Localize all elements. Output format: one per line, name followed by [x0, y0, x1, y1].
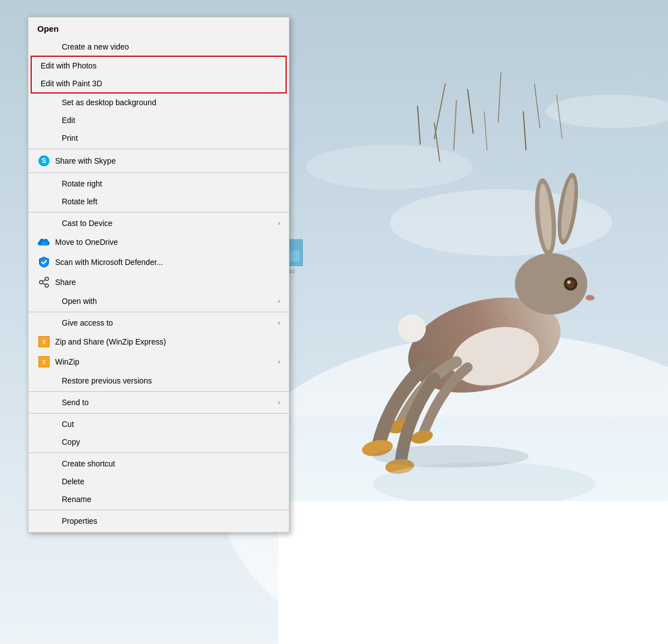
context-menu: Open Create a new video Edit with Photos… [28, 17, 289, 533]
skype-icon: S [37, 154, 51, 168]
send-to-chevron-icon: › [278, 399, 280, 406]
menu-item-delete[interactable]: Delete [28, 473, 289, 490]
menu-item-properties[interactable]: Properties [28, 512, 289, 530]
menu-item-delete-label: Delete [62, 477, 280, 486]
menu-item-share-skype-label: Share with Skype [55, 156, 280, 165]
svg-point-43 [45, 284, 48, 287]
separator-1 [28, 149, 289, 149]
menu-item-share-label: Share [55, 278, 280, 287]
menu-item-set-desktop-bg[interactable]: Set as desktop background [28, 94, 289, 111]
svg-point-25 [586, 295, 595, 301]
highlighted-edit-group: Edit with Photos Edit with Paint 3D [31, 56, 287, 94]
winzip-icon: Z [37, 355, 51, 368]
menu-item-send-to[interactable]: Send to › [28, 394, 289, 411]
menu-item-cast-to-device-label: Cast to Device [62, 219, 278, 228]
svg-point-31 [398, 314, 426, 342]
menu-item-winzip-label: WinZip [55, 357, 278, 366]
svg-point-35 [373, 462, 596, 507]
menu-item-give-access-label: Give access to [62, 318, 278, 327]
menu-item-rename-label: Rename [62, 495, 280, 504]
svg-point-37 [373, 445, 529, 468]
menu-item-share[interactable]: Share [28, 272, 289, 292]
menu-item-print[interactable]: Print [28, 129, 289, 147]
menu-item-give-access[interactable]: Give access to › [28, 314, 289, 332]
menu-item-create-new-video[interactable]: Create a new video [28, 38, 289, 56]
menu-item-edit-with-paint3d[interactable]: Edit with Paint 3D [32, 75, 286, 92]
give-access-chevron-icon: › [278, 319, 280, 327]
separator-7 [28, 453, 289, 453]
menu-item-create-shortcut-label: Create shortcut [62, 459, 280, 468]
menu-item-scan-defender-label: Scan with Microsoft Defender... [55, 258, 280, 267]
menu-item-properties-label: Properties [62, 517, 280, 525]
menu-item-copy[interactable]: Copy [28, 433, 289, 451]
menu-item-rotate-left[interactable]: Rotate left [28, 193, 289, 210]
menu-item-rotate-right-label: Rotate right [62, 179, 280, 188]
menu-item-rotate-right[interactable]: Rotate right [28, 175, 289, 193]
menu-item-edit[interactable]: Edit [28, 111, 289, 129]
svg-line-45 [43, 283, 45, 285]
menu-item-edit-label: Edit [62, 116, 280, 125]
menu-item-open-with[interactable]: Open with › [28, 292, 289, 310]
menu-item-zip-share[interactable]: Z Zip and Share (WinZip Express) [28, 332, 289, 352]
separator-4 [28, 312, 289, 312]
svg-rect-36 [278, 501, 668, 644]
menu-item-cut[interactable]: Cut [28, 415, 289, 433]
separator-3 [28, 212, 289, 213]
menu-item-open-label: Open [37, 24, 280, 33]
menu-item-move-to-onedrive-label: Move to OneDrive [55, 238, 280, 247]
menu-item-print-label: Print [62, 134, 280, 142]
svg-point-1 [390, 189, 612, 256]
svg-point-42 [40, 281, 43, 284]
svg-point-24 [567, 281, 571, 284]
winzip-zip-icon: Z [37, 335, 51, 348]
menu-item-edit-with-photos[interactable]: Edit with Photos [32, 57, 286, 75]
menu-item-rename[interactable]: Rename [28, 490, 289, 508]
menu-item-scan-defender[interactable]: Scan with Microsoft Defender... [28, 252, 289, 272]
menu-item-edit-with-photos-label: Edit with Photos [41, 61, 277, 70]
menu-item-zip-share-label: Zip and Share (WinZip Express) [55, 337, 280, 346]
menu-item-cut-label: Cut [62, 420, 280, 429]
menu-item-winzip[interactable]: Z WinZip › [28, 352, 289, 372]
menu-item-open-with-label: Open with [62, 297, 278, 306]
menu-item-cast-to-device[interactable]: Cast to Device › [28, 214, 289, 232]
menu-item-move-to-onedrive[interactable]: Move to OneDrive [28, 232, 289, 252]
menu-item-create-shortcut[interactable]: Create shortcut [28, 455, 289, 473]
svg-point-23 [566, 279, 575, 288]
menu-item-send-to-label: Send to [62, 398, 278, 407]
open-with-chevron-icon: › [278, 297, 280, 305]
separator-8 [28, 510, 289, 510]
menu-item-set-desktop-bg-label: Set as desktop background [62, 98, 280, 107]
separator-5 [28, 391, 289, 392]
menu-item-share-skype[interactable]: S Share with Skype [28, 151, 289, 171]
separator-2 [28, 173, 289, 173]
menu-item-restore-previous-label: Restore previous versions [62, 376, 280, 385]
menu-item-copy-label: Copy [62, 437, 280, 446]
cast-to-device-chevron-icon: › [278, 219, 280, 227]
defender-icon [37, 255, 51, 269]
share-icon [37, 276, 51, 289]
menu-item-rotate-left-label: Rotate left [62, 197, 280, 206]
svg-point-2 [306, 145, 473, 189]
winzip-chevron-icon: › [278, 358, 280, 366]
menu-item-create-new-video-label: Create a new video [62, 42, 280, 51]
menu-item-edit-with-paint3d-label: Edit with Paint 3D [41, 79, 277, 88]
svg-point-41 [45, 277, 48, 281]
svg-line-44 [43, 280, 45, 282]
menu-item-restore-previous[interactable]: Restore previous versions [28, 372, 289, 390]
menu-item-open[interactable]: Open [28, 19, 289, 38]
separator-6 [28, 413, 289, 414]
onedrive-icon [37, 235, 51, 249]
